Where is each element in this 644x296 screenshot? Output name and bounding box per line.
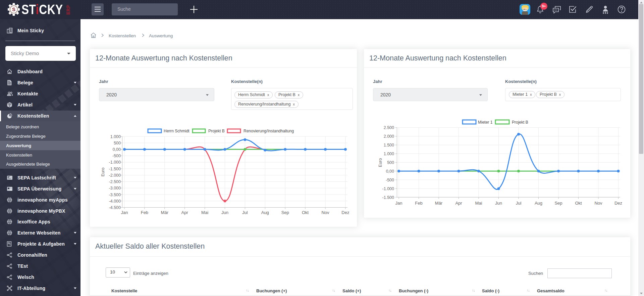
svg-text:Nov: Nov	[594, 201, 602, 206]
svg-text:Herrn Schmidt: Herrn Schmidt	[164, 129, 190, 133]
svg-text:Apr: Apr	[181, 210, 189, 215]
svg-text:Mai: Mai	[475, 201, 482, 206]
svg-text:2.500: 2.500	[384, 125, 394, 130]
svg-text:-4.000: -4.000	[109, 199, 121, 204]
svg-text:500: 500	[387, 160, 394, 165]
svg-text:Aug: Aug	[261, 210, 269, 215]
svg-text:500: 500	[114, 141, 121, 145]
svg-text:Jun: Jun	[221, 210, 228, 215]
svg-text:0,00: 0,00	[113, 147, 121, 152]
svg-text:-1.500: -1.500	[109, 167, 121, 171]
svg-text:-2.500: -2.500	[109, 179, 121, 184]
svg-text:Jan: Jan	[395, 201, 402, 206]
svg-text:Okt: Okt	[302, 210, 309, 215]
svg-text:Aug: Aug	[535, 201, 542, 206]
svg-text:-1.000: -1.000	[109, 160, 121, 165]
svg-text:Mai: Mai	[201, 210, 208, 215]
svg-text:1.000: 1.000	[384, 152, 394, 156]
svg-text:Mieter 1: Mieter 1	[478, 120, 493, 125]
svg-text:-1.000: -1.000	[382, 186, 394, 191]
svg-text:Apr: Apr	[455, 201, 462, 206]
svg-text:Sep: Sep	[281, 210, 289, 215]
svg-text:Jun: Jun	[495, 201, 502, 206]
svg-text:Feb: Feb	[415, 201, 422, 206]
svg-text:Dez: Dez	[341, 210, 349, 215]
svg-text:-500: -500	[386, 178, 394, 182]
svg-text:-3.000: -3.000	[109, 186, 121, 191]
svg-text:Mär: Mär	[435, 201, 443, 206]
svg-text:Mär: Mär	[161, 210, 169, 215]
svg-text:Sep: Sep	[554, 201, 562, 206]
svg-text:Dez: Dez	[614, 201, 622, 206]
svg-text:Jan: Jan	[121, 210, 128, 215]
svg-text:Projekt B: Projekt B	[512, 120, 528, 125]
svg-text:-3.500: -3.500	[109, 193, 121, 197]
svg-text:Euro: Euro	[378, 158, 383, 167]
svg-text:Jul: Jul	[242, 210, 248, 215]
svg-text:-500: -500	[112, 154, 121, 158]
svg-text:Renovierung/Instandhaltung: Renovierung/Instandhaltung	[244, 129, 294, 133]
svg-text:1.500: 1.500	[384, 143, 394, 147]
svg-text:-1.500: -1.500	[382, 195, 394, 200]
svg-text:S: S	[12, 6, 15, 12]
svg-text:-2.000: -2.000	[109, 173, 121, 178]
svg-text:Projekt B: Projekt B	[208, 129, 225, 133]
svg-text:1.000: 1.000	[110, 134, 121, 139]
svg-text:-4.500: -4.500	[109, 205, 121, 210]
svg-text:Jul: Jul	[516, 201, 522, 206]
svg-text:0,00: 0,00	[386, 169, 394, 174]
svg-text:2.000: 2.000	[384, 134, 394, 139]
svg-text:Feb: Feb	[141, 210, 148, 215]
svg-text:Okt: Okt	[575, 201, 582, 206]
svg-text:Nov: Nov	[321, 210, 329, 215]
svg-text:Euro: Euro	[101, 168, 105, 176]
